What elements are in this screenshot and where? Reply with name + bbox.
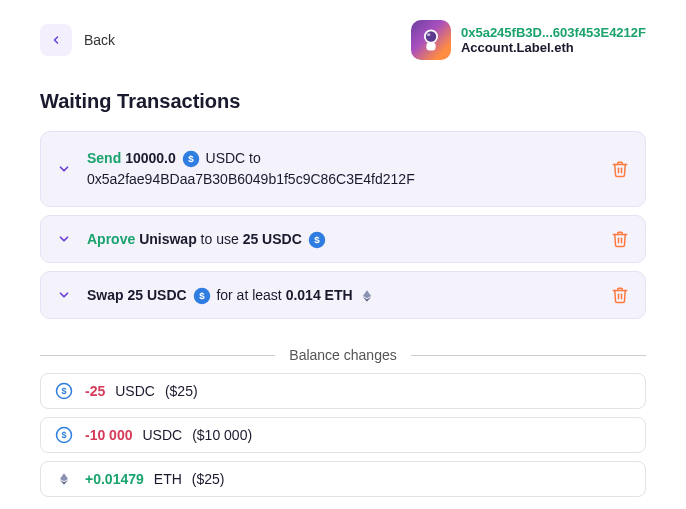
- balance-fiat: ($25): [192, 471, 225, 487]
- svg-rect-3: [426, 42, 435, 50]
- tx-body: Aprove Uniswap to use 25 USDC $: [87, 229, 595, 250]
- usdc-icon: $: [55, 426, 73, 444]
- balance-row: $ -10 000 USDC ($10 000): [40, 417, 646, 453]
- tx-mid: to use: [201, 231, 239, 247]
- transactions-list: Send 10000.0 $ USDC to 0x5a2fae94BDaa7B3…: [40, 131, 646, 319]
- eth-icon: [55, 470, 73, 488]
- eth-icon: [358, 287, 376, 305]
- tx-counterparty: Uniswap: [139, 231, 197, 247]
- balance-token: USDC: [115, 383, 155, 399]
- usdc-icon: $: [308, 231, 326, 249]
- balance-row: +0.01479 ETH ($25): [40, 461, 646, 497]
- balance-heading: Balance changes: [40, 347, 646, 363]
- trash-icon: [611, 286, 629, 304]
- account-label: Account.Label.eth: [461, 40, 646, 55]
- back-label: Back: [84, 32, 115, 48]
- chevron-down-icon[interactable]: [55, 160, 73, 178]
- svg-text:$: $: [61, 386, 66, 396]
- tx-amount: 10000.0: [125, 150, 176, 166]
- balance-amount: -25: [85, 383, 105, 399]
- chevron-left-icon: [50, 34, 62, 46]
- tx-action: Send: [87, 150, 121, 166]
- tx-body: Swap 25 USDC $ for at least 0.014 ETH: [87, 285, 595, 306]
- svg-marker-10: [363, 290, 371, 298]
- svg-point-2: [427, 33, 431, 36]
- tx-body: Send 10000.0 $ USDC to 0x5a2fae94BDaa7B3…: [87, 148, 595, 190]
- chevron-down-icon[interactable]: [55, 286, 73, 304]
- delete-button[interactable]: [609, 228, 631, 250]
- balance-row: $ -25 USDC ($25): [40, 373, 646, 409]
- delete-button[interactable]: [609, 284, 631, 306]
- tx-recipient: 0x5a2fae94BDaa7B30B6049b1f5c9C86C3E4fd21…: [87, 171, 415, 187]
- tx-action: Swap: [87, 287, 124, 303]
- astronaut-icon: [417, 26, 445, 54]
- account-chip[interactable]: 0x5a245fB3D...603f453E4212F Account.Labe…: [411, 20, 646, 60]
- tx-action: Aprove: [87, 231, 135, 247]
- tx-mid: for at least: [216, 287, 281, 303]
- svg-text:$: $: [199, 290, 205, 301]
- svg-text:$: $: [314, 234, 320, 245]
- top-bar: Back 0x5a245fB3D...603f453E4212F Account…: [40, 20, 646, 60]
- balance-token: ETH: [154, 471, 182, 487]
- tx-amount-in: 25 USDC: [127, 287, 186, 303]
- tx-token: USDC: [206, 150, 246, 166]
- trash-icon: [611, 160, 629, 178]
- balance-list: $ -25 USDC ($25) $ -10 000 USDC ($10 000…: [40, 373, 646, 497]
- avatar: [411, 20, 451, 60]
- chevron-down-icon[interactable]: [55, 230, 73, 248]
- balance-changes: Balance changes $ -25 USDC ($25) $ -10 0…: [40, 347, 646, 497]
- tx-amount-out: 0.014 ETH: [286, 287, 353, 303]
- svg-text:$: $: [61, 430, 66, 440]
- balance-token: USDC: [142, 427, 182, 443]
- tx-card[interactable]: Aprove Uniswap to use 25 USDC $: [40, 215, 646, 263]
- account-address: 0x5a245fB3D...603f453E4212F: [461, 25, 646, 40]
- svg-marker-16: [60, 473, 68, 481]
- delete-button[interactable]: [609, 158, 631, 180]
- tx-card[interactable]: Send 10000.0 $ USDC to 0x5a2fae94BDaa7B3…: [40, 131, 646, 207]
- tx-suffix: to: [249, 150, 261, 166]
- usdc-icon: $: [193, 287, 211, 305]
- svg-text:$: $: [188, 153, 194, 164]
- balance-heading-text: Balance changes: [289, 347, 396, 363]
- back-group[interactable]: Back: [40, 24, 115, 56]
- tx-card[interactable]: Swap 25 USDC $ for at least 0.014 ETH: [40, 271, 646, 319]
- account-texts: 0x5a245fB3D...603f453E4212F Account.Labe…: [461, 25, 646, 55]
- tx-amount: 25 USDC: [243, 231, 302, 247]
- balance-fiat: ($10 000): [192, 427, 252, 443]
- usdc-icon: $: [182, 150, 200, 168]
- page-title: Waiting Transactions: [40, 90, 646, 113]
- back-button[interactable]: [40, 24, 72, 56]
- balance-amount: +0.01479: [85, 471, 144, 487]
- balance-fiat: ($25): [165, 383, 198, 399]
- svg-point-1: [426, 31, 437, 42]
- balance-amount: -10 000: [85, 427, 132, 443]
- trash-icon: [611, 230, 629, 248]
- usdc-icon: $: [55, 382, 73, 400]
